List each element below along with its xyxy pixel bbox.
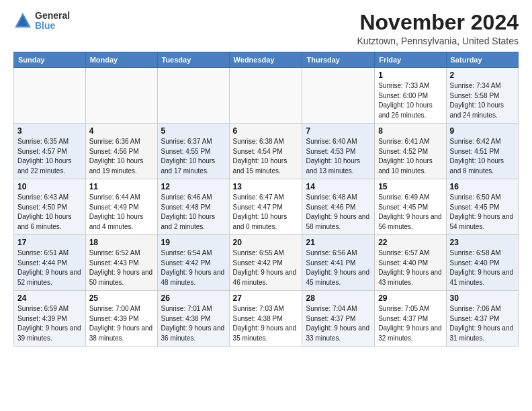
calendar-header: SundayMondayTuesdayWednesdayThursdayFrid…: [14, 52, 519, 68]
day-number: 30: [450, 293, 515, 303]
day-number: 16: [450, 182, 515, 191]
title-section: November 2024 Kutztown, Pennsylvania, Un…: [357, 11, 519, 46]
day-info: Sunrise: 6:50 AMSunset: 4:45 PMDaylight:…: [450, 193, 515, 232]
day-cell: 4Sunrise: 6:36 AMSunset: 4:56 PMDaylight…: [85, 124, 157, 179]
day-number: 22: [378, 238, 442, 247]
location: Kutztown, Pennsylvania, United States: [357, 36, 519, 46]
day-cell: 25Sunrise: 7:00 AMSunset: 4:39 PMDayligh…: [85, 291, 157, 347]
header-cell-tuesday: Tuesday: [157, 52, 229, 68]
day-info: Sunrise: 6:49 AMSunset: 4:45 PMDaylight:…: [378, 193, 442, 232]
month-title: November 2024: [357, 11, 519, 34]
day-number: 1: [378, 71, 442, 80]
day-cell: 28Sunrise: 7:04 AMSunset: 4:37 PMDayligh…: [302, 291, 375, 347]
day-number: 24: [17, 293, 82, 303]
day-cell: 10Sunrise: 6:43 AMSunset: 4:50 PMDayligh…: [14, 179, 86, 235]
day-number: 26: [161, 293, 226, 303]
day-cell: 29Sunrise: 7:05 AMSunset: 4:37 PMDayligh…: [375, 291, 446, 347]
logo: General Blue: [13, 11, 70, 32]
day-cell: [157, 68, 229, 124]
logo-line1: General: [35, 11, 70, 21]
header-cell-wednesday: Wednesday: [229, 52, 302, 68]
day-info: Sunrise: 6:38 AMSunset: 4:54 PMDaylight:…: [233, 137, 299, 176]
day-number: 17: [17, 238, 82, 247]
day-info: Sunrise: 7:33 AMSunset: 6:00 PMDaylight:…: [378, 81, 442, 120]
day-info: Sunrise: 6:57 AMSunset: 4:40 PMDaylight:…: [378, 248, 442, 287]
day-number: 6: [233, 126, 299, 136]
day-number: 12: [161, 182, 226, 191]
week-row-4: 17Sunrise: 6:51 AMSunset: 4:44 PMDayligh…: [14, 235, 519, 291]
day-info: Sunrise: 7:05 AMSunset: 4:37 PMDaylight:…: [378, 304, 442, 343]
day-cell: 6Sunrise: 6:38 AMSunset: 4:54 PMDaylight…: [229, 124, 302, 179]
header-cell-sunday: Sunday: [14, 52, 86, 68]
week-row-1: 1Sunrise: 7:33 AMSunset: 6:00 PMDaylight…: [14, 68, 519, 124]
day-info: Sunrise: 6:41 AMSunset: 4:52 PMDaylight:…: [378, 137, 442, 176]
day-number: 4: [89, 126, 154, 136]
day-cell: 13Sunrise: 6:47 AMSunset: 4:47 PMDayligh…: [229, 179, 302, 235]
day-number: 19: [161, 238, 226, 247]
day-number: 13: [233, 182, 299, 191]
day-cell: [14, 68, 86, 124]
logo-line2: Blue: [35, 21, 70, 31]
week-row-3: 10Sunrise: 6:43 AMSunset: 4:50 PMDayligh…: [14, 179, 519, 235]
day-cell: 27Sunrise: 7:03 AMSunset: 4:38 PMDayligh…: [229, 291, 302, 347]
day-info: Sunrise: 6:47 AMSunset: 4:47 PMDaylight:…: [233, 193, 299, 232]
day-info: Sunrise: 6:48 AMSunset: 4:46 PMDaylight:…: [306, 193, 371, 232]
logo-icon: [13, 11, 32, 30]
week-row-5: 24Sunrise: 6:59 AMSunset: 4:39 PMDayligh…: [14, 291, 519, 347]
day-number: 10: [17, 182, 82, 191]
day-info: Sunrise: 6:52 AMSunset: 4:43 PMDaylight:…: [89, 248, 154, 287]
day-info: Sunrise: 6:51 AMSunset: 4:44 PMDaylight:…: [17, 248, 82, 287]
day-info: Sunrise: 7:34 AMSunset: 5:58 PMDaylight:…: [450, 81, 515, 120]
day-number: 29: [378, 293, 442, 303]
day-info: Sunrise: 6:55 AMSunset: 4:42 PMDaylight:…: [233, 248, 299, 287]
day-cell: 1Sunrise: 7:33 AMSunset: 6:00 PMDaylight…: [375, 68, 446, 124]
day-cell: 14Sunrise: 6:48 AMSunset: 4:46 PMDayligh…: [302, 179, 375, 235]
day-cell: 11Sunrise: 6:44 AMSunset: 4:49 PMDayligh…: [85, 179, 157, 235]
day-number: 28: [306, 293, 371, 303]
header-cell-friday: Friday: [375, 52, 446, 68]
day-info: Sunrise: 6:58 AMSunset: 4:40 PMDaylight:…: [450, 248, 515, 287]
day-info: Sunrise: 6:59 AMSunset: 4:39 PMDaylight:…: [17, 304, 82, 343]
header-cell-monday: Monday: [85, 52, 157, 68]
day-info: Sunrise: 7:04 AMSunset: 4:37 PMDaylight:…: [306, 304, 371, 343]
day-cell: [85, 68, 157, 124]
week-row-2: 3Sunrise: 6:35 AMSunset: 4:57 PMDaylight…: [14, 124, 519, 179]
day-number: 21: [306, 238, 371, 247]
day-number: 23: [450, 238, 515, 247]
day-number: 8: [378, 126, 442, 136]
header-cell-saturday: Saturday: [446, 52, 518, 68]
day-number: 5: [161, 126, 226, 136]
day-number: 27: [233, 293, 299, 303]
day-number: 7: [306, 126, 371, 136]
day-number: 25: [89, 293, 154, 303]
day-cell: 7Sunrise: 6:40 AMSunset: 4:53 PMDaylight…: [302, 124, 375, 179]
day-info: Sunrise: 7:03 AMSunset: 4:38 PMDaylight:…: [233, 304, 299, 343]
day-info: Sunrise: 6:42 AMSunset: 4:51 PMDaylight:…: [450, 137, 515, 176]
day-cell: [229, 68, 302, 124]
day-cell: [302, 68, 375, 124]
day-info: Sunrise: 6:36 AMSunset: 4:56 PMDaylight:…: [89, 137, 154, 176]
day-cell: 2Sunrise: 7:34 AMSunset: 5:58 PMDaylight…: [446, 68, 518, 124]
day-info: Sunrise: 6:54 AMSunset: 4:42 PMDaylight:…: [161, 248, 226, 287]
day-number: 3: [17, 126, 82, 136]
day-cell: 22Sunrise: 6:57 AMSunset: 4:40 PMDayligh…: [375, 235, 446, 291]
day-cell: 30Sunrise: 7:06 AMSunset: 4:37 PMDayligh…: [446, 291, 518, 347]
day-info: Sunrise: 6:43 AMSunset: 4:50 PMDaylight:…: [17, 193, 82, 232]
calendar-body: 1Sunrise: 7:33 AMSunset: 6:00 PMDaylight…: [14, 68, 519, 347]
header: General Blue November 2024 Kutztown, Pen…: [13, 11, 519, 46]
page-container: General Blue November 2024 Kutztown, Pen…: [0, 0, 532, 353]
day-number: 15: [378, 182, 442, 191]
day-number: 18: [89, 238, 154, 247]
day-info: Sunrise: 6:56 AMSunset: 4:41 PMDaylight:…: [306, 248, 371, 287]
day-info: Sunrise: 6:44 AMSunset: 4:49 PMDaylight:…: [89, 193, 154, 232]
header-cell-thursday: Thursday: [302, 52, 375, 68]
day-number: 20: [233, 238, 299, 247]
day-info: Sunrise: 7:00 AMSunset: 4:39 PMDaylight:…: [89, 304, 154, 343]
day-cell: 20Sunrise: 6:55 AMSunset: 4:42 PMDayligh…: [229, 235, 302, 291]
day-number: 2: [450, 71, 515, 80]
day-number: 9: [450, 126, 515, 136]
day-info: Sunrise: 6:35 AMSunset: 4:57 PMDaylight:…: [17, 137, 82, 176]
day-cell: 17Sunrise: 6:51 AMSunset: 4:44 PMDayligh…: [14, 235, 86, 291]
day-info: Sunrise: 6:40 AMSunset: 4:53 PMDaylight:…: [306, 137, 371, 176]
day-number: 14: [306, 182, 371, 191]
